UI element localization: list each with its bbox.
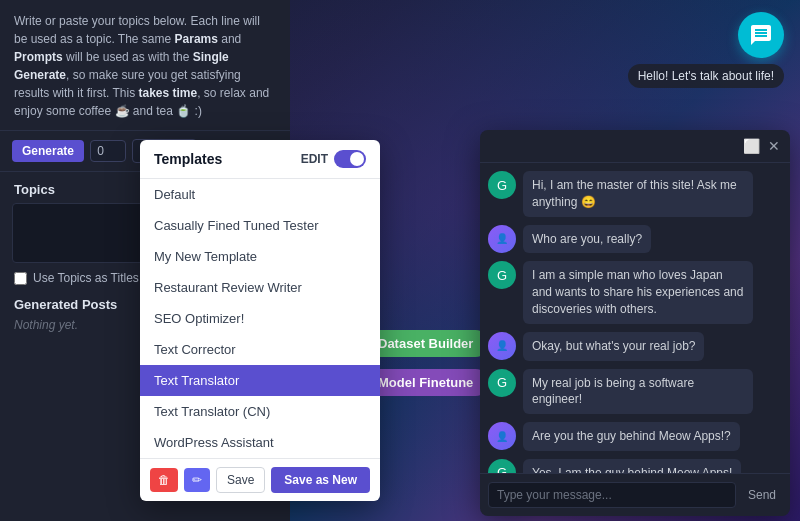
chat-message-input[interactable] bbox=[488, 482, 736, 508]
user-avatar-2: 👤 bbox=[488, 332, 516, 360]
instructions-text: Write or paste your topics below. Each l… bbox=[0, 0, 290, 131]
save-as-new-button[interactable]: Save as New bbox=[271, 467, 370, 493]
save-template-button[interactable]: Save bbox=[216, 467, 265, 493]
ai-avatar-4: G bbox=[488, 459, 516, 473]
chat-message-4: 👤 Okay, but what's your real job? bbox=[488, 332, 782, 361]
edit-template-button[interactable]: ✏ bbox=[184, 468, 210, 492]
edit-label: EDIT bbox=[301, 152, 328, 166]
template-item-corrector[interactable]: Text Corrector bbox=[140, 334, 380, 365]
template-item-translator[interactable]: Text Translator bbox=[140, 365, 380, 396]
chat-bubble-3: I am a simple man who loves Japan and wa… bbox=[523, 261, 753, 323]
prompts-label: Prompts bbox=[14, 50, 63, 64]
user-avatar-1: 👤 bbox=[488, 225, 516, 253]
chat-message-6: 👤 Are you the guy behind Meow Apps!? bbox=[488, 422, 782, 451]
use-topics-label: Use Topics as Titles bbox=[33, 271, 139, 285]
chat-panel: ⬜ ✕ G Hi, I am the master of this site! … bbox=[480, 130, 790, 516]
chat-bubble-icon[interactable] bbox=[738, 12, 784, 58]
template-list: Default Casually Fined Tuned Tester My N… bbox=[140, 179, 380, 458]
use-topics-checkbox[interactable] bbox=[14, 272, 27, 285]
templates-header: Templates EDIT bbox=[140, 140, 380, 179]
templates-footer: 🗑 ✏ Save Save as New bbox=[140, 458, 380, 501]
chat-message-2: 👤 Who are you, really? bbox=[488, 225, 782, 254]
template-item-translator-cn[interactable]: Text Translator (CN) bbox=[140, 396, 380, 427]
generate-button[interactable]: Generate bbox=[12, 140, 84, 162]
ai-avatar-3: G bbox=[488, 369, 516, 397]
chat-icon bbox=[749, 23, 773, 47]
chat-bubble-6: Are you the guy behind Meow Apps!? bbox=[523, 422, 740, 451]
expand-icon[interactable]: ⬜ bbox=[743, 138, 760, 154]
ai-avatar-2: G bbox=[488, 261, 516, 289]
ai-avatar-1: G bbox=[488, 171, 516, 199]
chat-input-row: Send bbox=[480, 473, 790, 516]
chat-bubble-1: Hi, I am the master of this site! Ask me… bbox=[523, 171, 753, 217]
chat-message-3: G I am a simple man who loves Japan and … bbox=[488, 261, 782, 323]
template-item-seo[interactable]: SEO Optimizer! bbox=[140, 303, 380, 334]
chat-hello-text: Hello! Let's talk about life! bbox=[628, 64, 784, 88]
chat-header: ⬜ ✕ bbox=[480, 130, 790, 163]
model-finetune-label[interactable]: Model Finetune bbox=[362, 369, 489, 396]
chat-message-1: G Hi, I am the master of this site! Ask … bbox=[488, 171, 782, 217]
chat-bubble-2: Who are you, really? bbox=[523, 225, 651, 254]
close-chat-icon[interactable]: ✕ bbox=[768, 138, 780, 154]
template-item-wordpress[interactable]: WordPress Assistant bbox=[140, 427, 380, 458]
delete-template-button[interactable]: 🗑 bbox=[150, 468, 178, 492]
template-item-casually[interactable]: Casually Fined Tuned Tester bbox=[140, 210, 380, 241]
user-avatar-3: 👤 bbox=[488, 422, 516, 450]
templates-title: Templates bbox=[154, 151, 222, 167]
chat-bubble-7: Yes, I am the guy behind Meow Apps! bbox=[523, 459, 741, 473]
chat-message-7: G Yes, I am the guy behind Meow Apps! bbox=[488, 459, 782, 473]
chat-messages: G Hi, I am the master of this site! Ask … bbox=[480, 163, 790, 473]
takes-time-label: takes time bbox=[138, 86, 197, 100]
templates-dropdown: Templates EDIT Default Casually Fined Tu… bbox=[140, 140, 380, 501]
template-item-mynew[interactable]: My New Template bbox=[140, 241, 380, 272]
chat-bubble-5: My real job is being a software engineer… bbox=[523, 369, 753, 415]
dataset-builder-label[interactable]: Dataset Builder bbox=[362, 330, 489, 357]
posts-count-input[interactable] bbox=[90, 140, 126, 162]
send-message-button[interactable]: Send bbox=[742, 484, 782, 506]
edit-toggle-switch[interactable] bbox=[334, 150, 366, 168]
chat-bubble-4: Okay, but what's your real job? bbox=[523, 332, 704, 361]
template-item-default[interactable]: Default bbox=[140, 179, 380, 210]
edit-toggle[interactable]: EDIT bbox=[301, 150, 366, 168]
floating-chat: Hello! Let's talk about life! bbox=[628, 12, 784, 88]
template-item-restaurant[interactable]: Restaurant Review Writer bbox=[140, 272, 380, 303]
chat-message-5: G My real job is being a software engine… bbox=[488, 369, 782, 415]
params-label: Params bbox=[175, 32, 218, 46]
